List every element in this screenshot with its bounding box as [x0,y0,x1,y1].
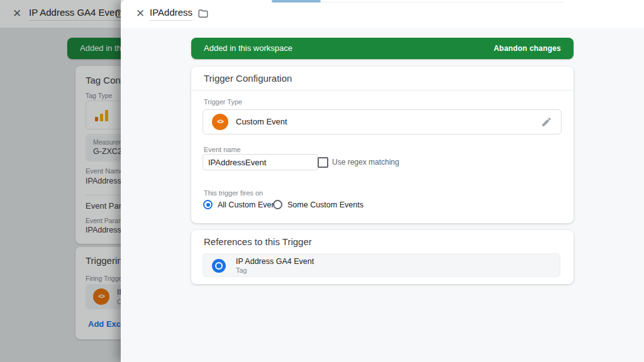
gtm-workspace-screen: ✕ IP Address GA4 Event Added in this wor… [0,0,644,362]
close-icon[interactable]: ✕ [135,8,146,19]
edit-pencil-icon[interactable] [541,116,552,128]
event-name-input[interactable] [203,154,318,170]
modal-scrim [0,0,121,362]
trigger-editor-header: ✕ IPAddress [121,0,644,28]
abandon-changes-button[interactable]: Abandon changes [494,38,561,59]
references-title: References to this Trigger [191,230,574,253]
reference-name: IP Address GA4 Event [236,257,314,266]
reference-type: Tag [236,266,247,274]
regex-checkbox-label[interactable]: Use regex matching [332,158,399,167]
progress-bar [272,0,321,3]
radio-all-label[interactable]: All Custom Events [218,200,282,209]
reference-row[interactable]: IP Address GA4 Event Tag [203,253,560,277]
references-card: References to this Trigger IP Address GA… [191,230,574,284]
radio-some-label[interactable]: Some Custom Events [287,200,364,209]
tag-editor-panel: ✕ IP Address GA4 Event Added in this wor… [0,0,121,362]
trigger-type-row[interactable]: <> Custom Event [203,109,562,134]
trigger-editor-panel: ✕ IPAddress Added in this workspace Aban… [121,0,644,362]
trigger-configuration-card: Trigger Configuration Trigger Type <> Cu… [191,67,574,223]
event-name-label: Event name [204,146,241,153]
trigger-config-title: Trigger Configuration [191,67,574,90]
regex-checkbox[interactable] [318,157,328,168]
radio-all-custom-events[interactable] [203,200,213,209]
custom-event-icon: <> [212,114,228,130]
tag-icon [212,259,226,273]
folder-icon[interactable] [197,8,209,19]
trigger-type-value: Custom Event [236,110,287,134]
workspace-status-text: Added in this workspace [204,38,292,59]
trigger-title-input[interactable]: IPAddress [150,7,192,21]
fires-on-label: This trigger fires on [204,189,263,197]
workspace-status-banner: Added in this workspace Abandon changes [191,38,574,59]
trigger-type-label: Trigger Type [204,98,242,106]
radio-some-custom-events[interactable] [273,200,282,209]
